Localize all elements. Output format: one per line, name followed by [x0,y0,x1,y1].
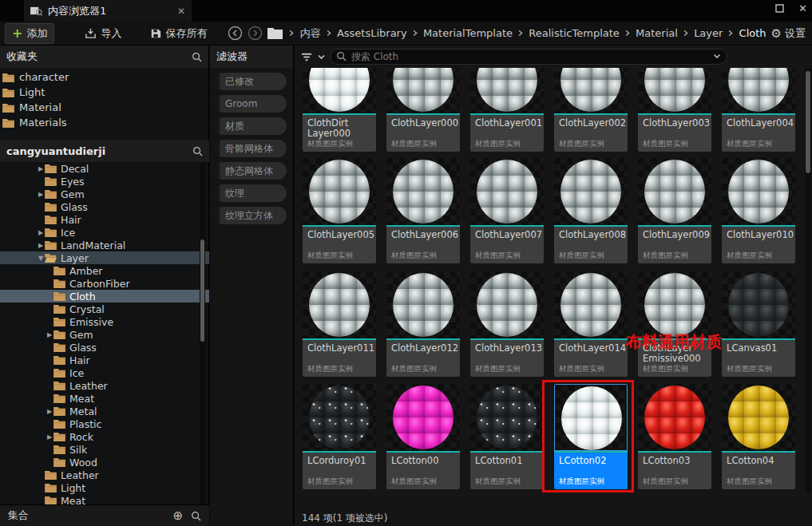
filter-pill[interactable]: 纹理 [215,184,287,202]
breadcrumb-item[interactable]: AssetsLibrary [337,27,407,39]
tree-item-glass[interactable]: Glass [0,341,209,354]
sources-header[interactable]: cangyuantudierji [0,140,209,162]
search-icon[interactable] [192,146,203,156]
expand-arrow-icon[interactable]: ▶ [46,408,53,415]
expand-arrow-icon[interactable]: ▶ [37,165,45,172]
save-all-button[interactable]: 保存所有 [144,24,213,43]
settings-button[interactable]: ⚙ 设置 [771,26,807,41]
breadcrumb-item[interactable]: Layer [694,27,723,39]
favorites-header[interactable]: 收藏夹 [0,45,208,68]
breadcrumb-item[interactable]: 内容 [300,26,321,41]
asset-tile-clothlayer013[interactable]: ClothLayer013材质图层实例 [470,271,544,377]
tree-item-leather[interactable]: Leather [0,469,209,481]
expand-arrow-icon[interactable]: ▶ [37,242,45,249]
tree-item-landmaterial[interactable]: ▶LandMaterial [0,239,209,251]
asset-tile-lcorduroy01[interactable]: LCorduroy01材质图层实例 [303,384,376,489]
search-icon[interactable] [191,511,201,521]
close-icon[interactable]: ✕ [798,2,807,14]
tree-item-gem[interactable]: ▶Gem [0,188,209,200]
tree-item-meat[interactable]: Meat [0,392,209,405]
filter-pill[interactable]: 静态网格体 [215,162,287,180]
tree-item-cloth[interactable]: Cloth [0,290,209,303]
filter-pill[interactable]: 材质 [215,117,287,135]
filter-pill[interactable]: 纹理立方体 [215,207,287,224]
filter-pill[interactable]: 已修改 [215,73,287,90]
asset-tile-clothlayeremissive000[interactable]: ClothLayerEmissive000材质图层实例 [638,271,711,377]
tree-item-ice[interactable]: Ice [0,366,209,379]
chevron-down-icon[interactable] [713,53,721,59]
asset-tile-lcanvas01[interactable]: LCanvas01材质图层实例 [722,271,795,377]
asset-tile-lcotton03[interactable]: LCotton03材质图层实例 [638,384,711,489]
asset-tile-clothlayer008[interactable]: ClothLayer008材质图层实例 [554,158,628,263]
tree-item-layer[interactable]: ▼Layer [0,251,209,264]
asset-tile-lcotton00[interactable]: LCotton00材质图层实例 [386,384,460,489]
favorite-folder-item[interactable]: Materials [0,115,209,130]
filter-pill[interactable]: Groom [215,95,287,113]
tree-item-amber[interactable]: Amber [0,264,209,277]
favorite-folder-item[interactable]: character [0,69,209,85]
tree-item-ice[interactable]: ▶Ice [0,226,209,239]
expand-arrow-icon[interactable]: ▶ [37,191,45,198]
asset-tile-clothlayer005[interactable]: ClothLayer005材质图层实例 [303,158,376,263]
tree-item-meat[interactable]: Meat [0,494,209,504]
tree-item-wood[interactable]: Wood [0,456,209,469]
tab-close-icon[interactable]: ✕ [177,6,185,17]
expand-arrow-icon[interactable]: ▼ [37,255,45,262]
asset-tile-clothlayer011[interactable]: ClothLayer011材质图层实例 [303,271,376,377]
asset-tile-clothlayer004[interactable]: ClothLayer004材质图层实例 [722,68,795,152]
search-input[interactable] [330,49,727,65]
asset-tile-lcotton04[interactable]: LCotton04材质图层实例 [722,384,795,489]
breadcrumb-item[interactable]: MaterialTemplate [423,27,513,39]
filter-funnel-icon[interactable] [301,52,313,62]
forward-button[interactable] [248,26,263,41]
tree-item-leather[interactable]: Leather [0,379,209,392]
expand-arrow-icon[interactable]: ▶ [46,433,53,441]
tree-item-light[interactable]: Light [0,481,209,494]
tab-content-browser[interactable]: 内容浏览器1 ✕ [24,0,192,22]
back-button[interactable] [228,26,243,41]
collections-bar[interactable]: 集合 ⊕ [0,504,209,526]
tree-item-silk[interactable]: Silk [0,443,209,456]
breadcrumb-item[interactable]: Cloth [739,27,766,39]
expand-arrow-icon[interactable]: ▶ [37,229,45,236]
tree-item-hair[interactable]: Hair [0,213,209,226]
tree-item-metal[interactable]: ▶Metal [0,405,209,417]
add-collection-icon[interactable]: ⊕ [172,508,183,523]
asset-tile-clothlayer010[interactable]: ClothLayer010材质图层实例 [722,158,795,263]
asset-tile-clothlayer007[interactable]: ClothLayer007材质图层实例 [470,158,544,263]
tree-item-decal[interactable]: ▶Decal [0,162,209,175]
grid-scrollbar[interactable] [805,68,811,493]
tree-item-crystal[interactable]: Crystal [0,303,209,315]
favorite-folder-item[interactable]: Light [0,85,209,100]
asset-tile-clothlayer012[interactable]: ClothLayer012材质图层实例 [386,271,460,377]
tree-scrollbar[interactable] [200,162,205,504]
breadcrumb-item[interactable]: RealisticTemplate [529,27,620,39]
tree-item-plastic[interactable]: Plastic [0,417,209,430]
asset-tile-clothlayer014[interactable]: ClothLayer014材质图层实例 [554,271,628,377]
breadcrumb-item[interactable]: Material [636,27,678,39]
add-button[interactable]: + 添加 [5,23,54,44]
filter-pill[interactable]: 骨骼网格体 [215,140,287,157]
tree-item-emissive[interactable]: Emissive [0,315,209,328]
maximize-icon[interactable] [775,4,784,13]
asset-tile-clothlayer001[interactable]: ClothLayer001材质图层实例 [470,68,544,152]
asset-tile-clothlayer006[interactable]: ClothLayer006材质图层实例 [386,158,460,263]
favorite-folder-item[interactable]: Material [0,100,209,115]
asset-tile-clothlayer003[interactable]: ClothLayer003材质图层实例 [638,68,711,152]
tree-item-hair[interactable]: Hair [0,354,209,366]
expand-arrow-icon[interactable]: ▶ [46,331,53,338]
chevron-down-icon[interactable] [318,54,325,60]
tree-item-gem[interactable]: ▶Gem [0,328,209,341]
asset-tile-clothlayer009[interactable]: ClothLayer009材质图层实例 [638,158,711,263]
tree-item-rock[interactable]: ▶Rock [0,430,209,443]
tree-item-eyes[interactable]: Eyes [0,175,209,188]
tree-item-glass[interactable]: Glass [0,200,209,213]
tree-item-carbonfiber[interactable]: CarbonFiber [0,277,209,290]
asset-tile-lcotton01[interactable]: LCotton01材质图层实例 [470,384,544,489]
asset-tile-clothlayer002[interactable]: ClothLayer002材质图层实例 [554,68,628,152]
folder-tree-icon[interactable] [267,27,283,39]
asset-tile-clothlayer000[interactable]: ClothLayer000材质图层实例 [386,68,460,152]
import-button[interactable]: 导入 [78,24,128,43]
asset-tile-clothdirtlayer000[interactable]: Video memory has been exhausted(2 sp)Clo… [303,68,376,152]
search-icon[interactable] [192,52,202,62]
